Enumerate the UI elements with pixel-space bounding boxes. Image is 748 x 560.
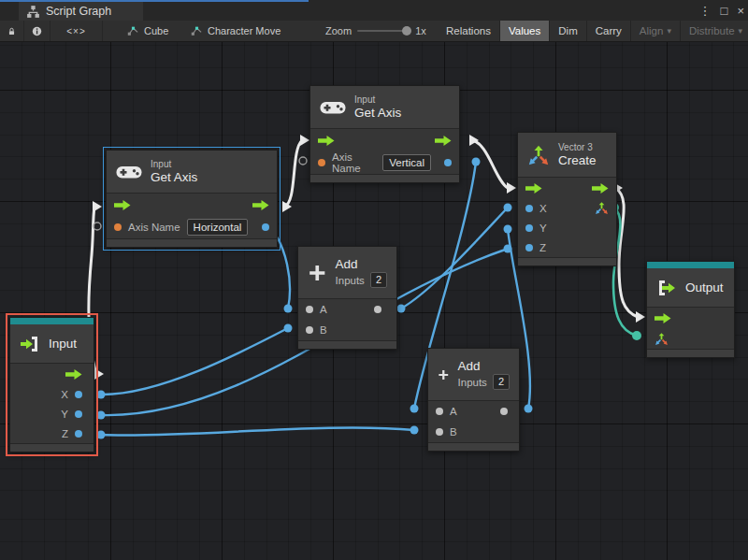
axis-name-port[interactable] (318, 159, 325, 166)
sum-out-port[interactable] (500, 408, 508, 415)
node-title: Get Axis (151, 170, 197, 185)
script-graph-icon (26, 5, 40, 19)
inputs-count-field[interactable]: 2 (493, 374, 510, 390)
value-port-marker[interactable] (284, 305, 293, 313)
vector3-out-port-icon[interactable] (595, 201, 609, 215)
unconnected-port-ring[interactable] (299, 157, 307, 165)
value-port-marker[interactable] (410, 426, 419, 435)
toggle-distribute[interactable]: Distribute ▾ (681, 21, 748, 41)
port-a-label: A (450, 406, 457, 417)
flow-out-arrow[interactable] (65, 369, 82, 380)
value-port-marker[interactable] (525, 405, 533, 413)
flow-in-arrow[interactable] (318, 136, 335, 146)
node-graph-output[interactable]: Output (646, 261, 735, 358)
node-add-2[interactable]: Add Inputs 2 A B (427, 348, 520, 452)
port-y[interactable] (75, 410, 82, 418)
tab-script-graph[interactable]: Script Graph (19, 2, 143, 21)
graph-button-character-move[interactable]: Character Move (183, 21, 288, 41)
axis-value-out-port[interactable] (262, 223, 269, 231)
port-a[interactable] (306, 306, 313, 313)
inputs-label: Inputs (458, 377, 487, 388)
value-port-marker[interactable] (397, 305, 406, 313)
wire-inputz-to-add2-b[interactable] (101, 427, 414, 435)
value-port-marker[interactable] (410, 405, 419, 413)
port-z[interactable] (525, 244, 533, 251)
flow-port-marker[interactable] (636, 311, 645, 323)
sum-out-port[interactable] (374, 306, 381, 313)
window-maximize-button[interactable]: □ (721, 4, 728, 18)
graph-icon (191, 25, 203, 36)
code-view-button[interactable]: <×> (50, 21, 103, 41)
toggle-align[interactable]: Align ▾ (631, 21, 681, 41)
value-port-marker[interactable] (97, 431, 106, 439)
zoom-slider[interactable] (357, 30, 410, 32)
port-x[interactable] (75, 391, 82, 398)
value-port-marker[interactable] (504, 245, 512, 253)
flow-in-arrow[interactable] (114, 200, 131, 210)
flow-out-arrow[interactable] (592, 183, 609, 194)
port-z[interactable] (75, 430, 82, 438)
value-port-marker[interactable] (97, 391, 106, 399)
toggle-dim[interactable]: Dim (550, 21, 586, 41)
node-vector3-create[interactable]: Vector 3 Create X (517, 132, 617, 266)
axis-name-field[interactable]: Horizontal (187, 219, 249, 236)
zoom-label: Zoom (325, 25, 352, 36)
flow-port-marker[interactable] (507, 182, 516, 194)
unconnected-port-ring[interactable] (94, 223, 101, 230)
port-b[interactable] (306, 326, 313, 334)
window-menu-button[interactable]: ⋮ (699, 4, 712, 18)
value-port-marker[interactable] (97, 411, 106, 420)
flow-in-arrow[interactable] (525, 183, 542, 194)
port-b-label: B (450, 426, 457, 438)
value-port-marker[interactable] (284, 324, 293, 333)
port-a[interactable] (436, 408, 443, 415)
graph-button-label: Cube (144, 25, 168, 36)
add-icon (438, 363, 450, 387)
info-button[interactable] (24, 21, 50, 41)
flow-port-marker[interactable] (300, 135, 309, 146)
node-add-1[interactable]: Add Inputs 2 A B (297, 246, 397, 350)
node-subtitle: Vector 3 (558, 142, 597, 153)
node-graph-input[interactable]: Input X Y Z (9, 317, 94, 452)
value-port-marker[interactable] (504, 225, 512, 234)
toggle-values[interactable]: Values (500, 21, 550, 41)
node-get-axis-horizontal[interactable]: Input Get Axis Axis Name Horizontal (106, 150, 278, 248)
node-get-axis-vertical[interactable]: Input Get Axis Axis Name Vertical (309, 85, 460, 183)
graph-button-cube[interactable]: Cube (120, 21, 176, 41)
flow-out-arrow[interactable] (435, 136, 452, 146)
input-accent-bar (10, 318, 94, 324)
node-subtitle: Input (151, 159, 197, 170)
port-z-label: Z (539, 242, 546, 253)
vector3-port-marker[interactable] (632, 331, 641, 340)
value-port-marker[interactable] (504, 204, 512, 212)
flow-out-arrow[interactable] (252, 200, 269, 210)
node-title: Get Axis (354, 106, 401, 121)
lock-button[interactable] (0, 21, 24, 41)
flow-in-arrow[interactable] (654, 313, 671, 323)
axis-name-port[interactable] (114, 223, 122, 231)
toggle-carry[interactable]: Carry (587, 21, 631, 41)
port-b-label: B (320, 324, 327, 336)
inputs-count-field[interactable]: 2 (370, 272, 387, 288)
zoom-slider-handle[interactable] (402, 26, 411, 36)
view-toggles: Relations Values Dim Carry Align ▾ Distr… (438, 21, 748, 41)
chevron-down-icon: ▾ (739, 26, 743, 36)
chevron-down-icon: ▾ (667, 26, 671, 36)
value-port-marker[interactable] (472, 158, 481, 166)
wire-flow-horizontal-to-vertical[interactable] (284, 140, 302, 207)
port-y[interactable] (525, 224, 533, 232)
axis-value-out-port[interactable] (444, 159, 452, 166)
port-x-label: X (61, 389, 68, 400)
toggle-relations[interactable]: Relations (438, 21, 500, 41)
wire-inputx-to-add1-b[interactable] (101, 328, 288, 395)
port-b[interactable] (436, 428, 443, 436)
vector3-icon (527, 144, 550, 166)
flow-port-marker[interactable] (93, 201, 102, 212)
port-z-label: Z (62, 428, 68, 439)
vector3-in-port-icon[interactable] (654, 332, 669, 346)
graph-canvas[interactable]: Input Get Axis Axis Name Vertical (0, 42, 748, 560)
window-close-button[interactable]: × (737, 4, 744, 18)
port-x[interactable] (525, 205, 533, 212)
axis-name-field[interactable]: Vertical (382, 154, 431, 171)
flow-port-marker[interactable] (94, 368, 104, 380)
